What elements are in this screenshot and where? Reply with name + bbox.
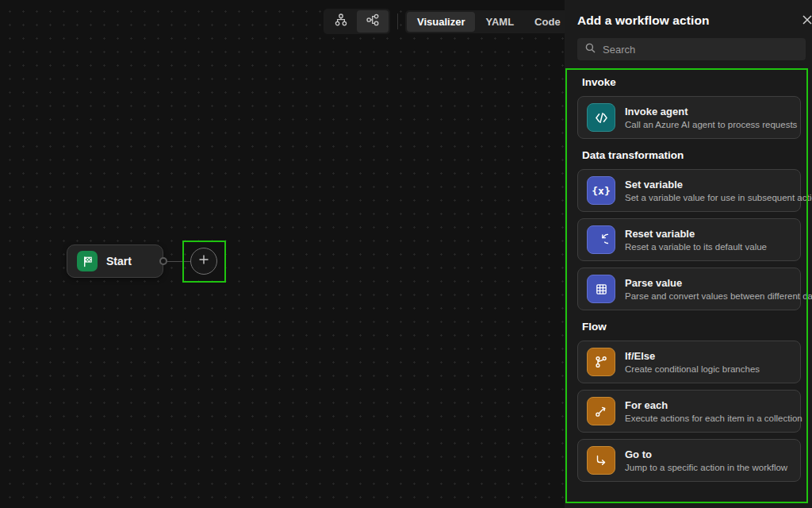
- action-title: Invoke agent: [625, 106, 791, 117]
- action-card-for-each[interactable]: For eachExecute actions for each item in…: [577, 390, 801, 433]
- action-card-reset-variable[interactable]: Reset variableReset a variable to its de…: [577, 218, 801, 261]
- start-node-label: Start: [106, 255, 132, 267]
- section-title: Invoke: [582, 76, 801, 88]
- action-title: If/Else: [625, 350, 760, 362]
- action-card-text: Invoke agentCall an Azure AI agent to pr…: [625, 106, 791, 129]
- agent-icon: [587, 103, 615, 132]
- action-card-if-else[interactable]: If/ElseCreate conditional logic branches: [577, 341, 801, 383]
- action-title: Set variable: [625, 179, 791, 190]
- graph-layout-button[interactable]: [357, 10, 389, 33]
- action-description: Execute actions for each item in a colle…: [625, 414, 791, 423]
- action-card-text: Set variableSet a variable value for use…: [625, 179, 791, 202]
- action-card-text: If/ElseCreate conditional logic branches: [625, 350, 760, 374]
- section-invoke: InvokeInvoke agentCall an Azure AI agent…: [577, 76, 801, 139]
- action-description: Call an Azure AI agent to process reques…: [625, 120, 791, 129]
- action-title: For each: [625, 399, 791, 411]
- graph-layout-icon: [366, 13, 380, 30]
- tree-layout-icon: [334, 13, 348, 30]
- action-card-go-to[interactable]: Go toJump to a specific action in the wo…: [577, 439, 801, 482]
- start-flag-icon: [77, 251, 98, 271]
- action-card-text: Go toJump to a specific action in the wo…: [625, 448, 787, 472]
- layout-toggle-group: [324, 9, 390, 34]
- action-title: Parse value: [625, 277, 791, 289]
- workflow-editor: Visualizer YAML Code Start: [0, 0, 812, 508]
- action-title: Reset variable: [625, 228, 767, 240]
- canvas-toolbar: Visualizer YAML Code: [324, 9, 573, 34]
- action-title: Go to: [625, 448, 787, 460]
- set-variable-icon: {x}: [587, 176, 615, 205]
- action-sections: InvokeInvoke agentCall an Azure AI agent…: [577, 73, 801, 488]
- add-action-panel: Add a workflow action InvokeInvoke agent…: [565, 0, 812, 508]
- close-icon: [802, 14, 812, 29]
- toolbar-divider: [397, 13, 398, 29]
- section-title: Data transformation: [582, 149, 801, 161]
- section-flow: FlowIf/ElseCreate conditional logic bran…: [577, 321, 801, 482]
- section-title: Flow: [582, 321, 801, 333]
- action-description: Parse and convert values between differe…: [625, 291, 791, 301]
- start-node[interactable]: Start: [67, 244, 163, 278]
- action-card-text: Parse valueParse and convert values betw…: [625, 277, 791, 301]
- add-action-button[interactable]: [190, 248, 217, 275]
- section-data-transformation: Data transformation{x}Set variableSet a …: [577, 149, 801, 310]
- action-description: Create conditional logic branches: [625, 364, 760, 374]
- search-box: [577, 38, 806, 60]
- action-card-text: Reset variableReset a variable to its de…: [625, 228, 767, 252]
- tree-layout-button[interactable]: [325, 10, 357, 33]
- plus-icon: [197, 253, 210, 269]
- search-icon: [584, 42, 596, 57]
- for-each-icon: [587, 397, 615, 425]
- action-description: Reset a variable to its default value: [625, 242, 767, 252]
- action-card-parse-value[interactable]: Parse valueParse and convert values betw…: [577, 267, 801, 310]
- tab-visualizer[interactable]: Visualizer: [407, 12, 475, 32]
- view-tabs: Visualizer YAML Code: [405, 10, 573, 33]
- search-input[interactable]: [603, 44, 799, 56]
- workflow-canvas[interactable]: Visualizer YAML Code Start: [0, 0, 565, 508]
- action-card-text: For eachExecute actions for each item in…: [625, 399, 791, 423]
- action-card-set-variable[interactable]: {x}Set variableSet a variable value for …: [577, 169, 801, 212]
- go-to-icon: [587, 446, 615, 475]
- panel-title: Add a workflow action: [577, 13, 710, 28]
- if-else-icon: [587, 348, 615, 376]
- action-card-invoke-agent[interactable]: Invoke agentCall an Azure AI agent to pr…: [577, 96, 801, 139]
- tab-yaml[interactable]: YAML: [475, 12, 524, 32]
- close-button[interactable]: [800, 14, 812, 29]
- reset-variable-icon: [587, 225, 615, 254]
- action-description: Jump to a specific action in the workflo…: [625, 463, 787, 472]
- action-description: Set a variable value for use in subseque…: [625, 193, 791, 202]
- parse-value-icon: [587, 275, 615, 303]
- tab-code[interactable]: Code: [524, 12, 571, 32]
- edge-connector: [167, 261, 191, 262]
